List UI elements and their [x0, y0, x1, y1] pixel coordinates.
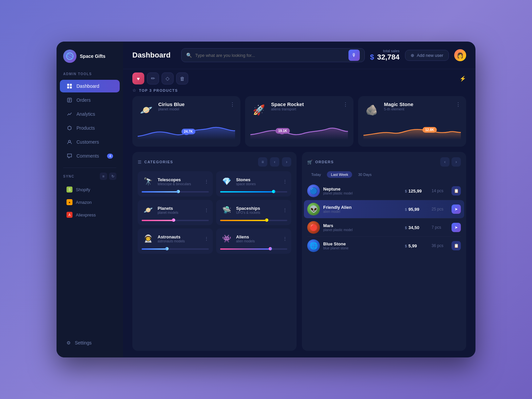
- share-button[interactable]: ◇: [162, 72, 174, 84]
- logo-icon: [63, 50, 76, 63]
- sync-refresh-icon[interactable]: ↻: [109, 173, 116, 180]
- categories-next[interactable]: ›: [282, 157, 291, 167]
- product-menu-cirius[interactable]: ⋮: [230, 101, 235, 108]
- neptune-qty: 14 pcs: [432, 189, 448, 193]
- planets-sub: planet models: [158, 211, 201, 214]
- svg-point-7: [68, 140, 70, 142]
- astronauts-menu[interactable]: ⋮: [204, 236, 209, 241]
- mars-icon: 🔴: [307, 221, 320, 234]
- orders-panel: 🛒 ORDERS ‹ › Today Last Week 30 Days: [302, 152, 466, 351]
- spaceships-menu[interactable]: ⋮: [283, 207, 287, 213]
- svg-rect-5: [70, 86, 72, 88]
- aliens-menu[interactable]: ⋮: [283, 236, 287, 241]
- neptune-action[interactable]: 📋: [452, 186, 461, 196]
- amazon-label: Amazon: [76, 200, 92, 205]
- order-friendly-alien: 👽 Friendly Alien alien model $ 95,99 25 …: [304, 200, 464, 218]
- orders-filter-tabs: Today Last Week 30 Days: [307, 171, 461, 178]
- mars-name: Mars: [323, 223, 402, 228]
- blue-stone-action[interactable]: 📋: [452, 241, 461, 250]
- sidebar-item-comments[interactable]: Comments 4: [60, 150, 120, 162]
- spaceships-name: Spaceships: [236, 206, 279, 211]
- product-card-cirius-blue: 🪐 Cirius Blue planet model ⋮: [132, 96, 240, 147]
- filter-btn[interactable]: ≡: [258, 157, 267, 167]
- sidebar-item-amazon[interactable]: a Amazon: [60, 197, 120, 208]
- bottom-row: ☰ CATEGORIES ≡ ‹ › 🔭 Telescopes: [132, 152, 466, 351]
- sync-label: SYNC: [63, 175, 74, 178]
- sidebar-item-shopify[interactable]: S Shopify: [60, 184, 120, 195]
- product-menu-rocket[interactable]: ⋮: [343, 101, 348, 108]
- mic-button[interactable]: 🎙: [348, 50, 360, 61]
- edit-button[interactable]: ✏: [147, 72, 159, 84]
- aliexpress-label: Aliexpress: [76, 212, 96, 217]
- category-astronauts: 👨‍🚀 Astronauts astronauts models ⋮: [138, 228, 213, 254]
- sidebar-item-products[interactable]: Products: [60, 122, 120, 134]
- telescopes-icon: 🔭: [142, 175, 154, 188]
- category-telescopes: 🔭 Telescopes telescope & binoculars ⋮: [138, 171, 213, 197]
- telescopes-sub: telescope & binoculars: [158, 182, 201, 186]
- sync-filter-icon[interactable]: ≡: [100, 173, 107, 180]
- categories-icon: ☰: [138, 160, 142, 165]
- filter-last-week[interactable]: Last Week: [327, 171, 352, 178]
- mars-action[interactable]: ➤: [452, 223, 461, 232]
- add-user-label: Add new user: [417, 53, 444, 58]
- astronauts-icon: 👨‍🚀: [142, 232, 154, 245]
- sidebar-item-dashboard[interactable]: Dashboard: [60, 80, 120, 92]
- stones-sub: space stones: [236, 182, 279, 186]
- main-content: Dashboard 🔍 🎙 total sales $ 32,784 ⊕ Add…: [123, 42, 475, 357]
- logo-area: Space Gifts: [57, 50, 123, 72]
- stones-menu[interactable]: ⋮: [283, 179, 287, 184]
- product-menu-stone[interactable]: ⋮: [456, 101, 461, 108]
- customers-icon: [66, 139, 72, 145]
- total-sales-label: total sales: [370, 49, 400, 53]
- neptune-icon: 🔵: [307, 185, 320, 197]
- search-input[interactable]: [195, 53, 345, 58]
- sidebar-item-analytics[interactable]: Analytics: [60, 108, 120, 120]
- page-title: Dashboard: [132, 51, 171, 60]
- delete-button[interactable]: 🗑: [176, 72, 188, 84]
- telescopes-menu[interactable]: ⋮: [204, 179, 209, 184]
- comments-badge: 4: [107, 154, 113, 159]
- blue-stone-name: Blue Stone: [323, 241, 402, 246]
- alien-price: $ 95,99: [405, 207, 428, 212]
- add-user-button[interactable]: ⊕ Add new user: [405, 50, 449, 61]
- sidebar-item-aliexpress[interactable]: A Aliexpress: [60, 209, 120, 220]
- dollar-sign: $: [370, 53, 374, 61]
- filter-today[interactable]: Today: [307, 171, 325, 178]
- products-icon: [66, 125, 72, 131]
- neptune-name: Neptune: [323, 187, 402, 192]
- heart-button[interactable]: ♥: [132, 72, 144, 84]
- svg-rect-4: [67, 86, 69, 88]
- sidebar-item-customers[interactable]: Customers: [60, 136, 120, 148]
- planets-menu[interactable]: ⋮: [204, 207, 209, 213]
- blue-stone-price: $ 5,99: [405, 243, 428, 248]
- svg-rect-2: [67, 84, 69, 86]
- alien-action[interactable]: ➤: [452, 204, 461, 214]
- stones-name: Stones: [236, 177, 279, 182]
- categories-prev[interactable]: ‹: [270, 157, 279, 167]
- magic-stone-name: Magic Stone: [384, 101, 452, 107]
- total-sales-value: $ 32,784: [370, 53, 400, 62]
- orders-next[interactable]: ›: [452, 157, 461, 167]
- total-sales: total sales $ 32,784: [370, 49, 400, 62]
- filter-icon[interactable]: ⚡: [460, 75, 466, 82]
- filter-30-days[interactable]: 30 Days: [354, 171, 375, 178]
- astronauts-sub: astronauts models: [158, 239, 201, 243]
- action-bar: ♥ ✏ ◇ 🗑 ⚡: [123, 69, 475, 88]
- alien-qty: 25 pcs: [432, 207, 448, 211]
- mars-qty: 7 pcs: [432, 225, 448, 230]
- comments-label: Comments: [76, 153, 99, 159]
- orders-basket-icon: 🛒: [307, 160, 313, 165]
- top-products-section: ☆ TOP 3 PRODUCTS 🪐 Cirius Blue planet mo…: [132, 88, 466, 147]
- orders-prev[interactable]: ‹: [440, 157, 450, 167]
- app-name: Space Gifts: [80, 54, 105, 59]
- rocket-badge: 19.1K: [276, 128, 290, 134]
- shopify-label: Shopify: [76, 187, 90, 192]
- category-stones: 💎 Stones space stones ⋮: [216, 171, 291, 197]
- category-aliens: 👾 Aliens alien models ⋮: [216, 228, 291, 254]
- sidebar-item-orders[interactable]: Orders: [60, 94, 120, 106]
- sidebar-item-settings[interactable]: ⚙ Settings: [60, 337, 120, 349]
- cirius-blue-sub: planet model: [158, 107, 226, 111]
- telescopes-name: Telescopes: [158, 177, 201, 182]
- blue-stone-icon: 🌐: [307, 239, 320, 252]
- analytics-label: Analytics: [76, 111, 95, 117]
